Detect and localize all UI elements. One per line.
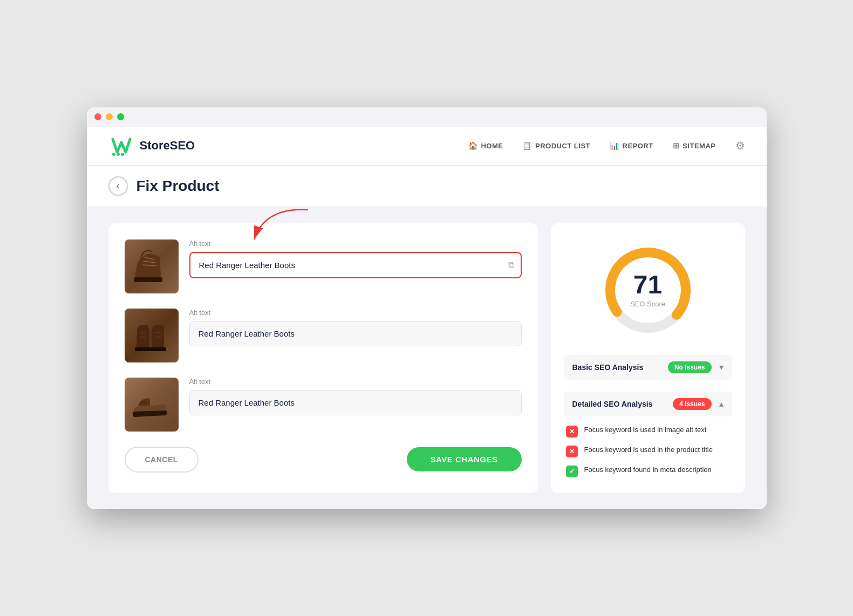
seo-score-chart: 71 SEO Score bbox=[599, 242, 697, 339]
logo-area: StoreSEO bbox=[108, 133, 195, 159]
issue-item-3: ✓ Focus keyword found in meta descriptio… bbox=[566, 465, 730, 477]
alt-input-wrapper-3 bbox=[189, 390, 522, 415]
detailed-seo-header[interactable]: Detailed SEO Analysis 4 Issues ▴ bbox=[564, 392, 732, 416]
detailed-seo-badge: 4 Issues bbox=[673, 398, 711, 410]
home-icon: 🏠 bbox=[468, 141, 478, 150]
issue-pass-icon-3: ✓ bbox=[566, 466, 578, 477]
alt-input-3[interactable] bbox=[189, 390, 522, 415]
product-row-2: Alt text bbox=[125, 309, 522, 362]
boot-svg-2 bbox=[127, 311, 176, 360]
issue-text-2: Focus keyword is used in the product tit… bbox=[584, 445, 713, 455]
basic-seo-badge: No Issues bbox=[668, 361, 712, 373]
detailed-seo-section: Detailed SEO Analysis 4 Issues ▴ ✕ Focus… bbox=[564, 392, 732, 477]
alt-label-3: Alt text bbox=[189, 378, 522, 386]
issue-item-2: ✕ Focus keyword is used in the product t… bbox=[566, 445, 730, 457]
alt-input-1[interactable] bbox=[189, 252, 522, 278]
right-panel: 71 SEO Score Basic SEO Analysis No Issue… bbox=[551, 223, 745, 493]
product-image-3 bbox=[125, 378, 179, 432]
nav-product-list[interactable]: 📋 PRODUCT LIST bbox=[522, 141, 590, 150]
close-dot[interactable] bbox=[94, 113, 101, 120]
svg-rect-9 bbox=[150, 347, 166, 351]
basic-seo-title: Basic SEO Analysis bbox=[572, 363, 644, 372]
product-row-1: Alt text ⧉ bbox=[125, 239, 522, 293]
product-image-1 bbox=[125, 239, 179, 293]
detailed-seo-chevron-icon: ▴ bbox=[719, 399, 724, 409]
logo-text: StoreSEO bbox=[140, 139, 195, 153]
main-content: Alt text ⧉ bbox=[87, 207, 767, 509]
save-button[interactable]: SAVE CHANGES bbox=[407, 447, 522, 471]
logo-icon bbox=[108, 133, 134, 159]
issue-fail-icon-2: ✕ bbox=[566, 446, 578, 457]
titlebar bbox=[87, 107, 767, 127]
alt-input-wrapper-1: ⧉ bbox=[189, 252, 522, 278]
svg-point-2 bbox=[117, 153, 120, 156]
issue-fail-icon-1: ✕ bbox=[566, 426, 578, 437]
product-row-3: Alt text bbox=[125, 378, 522, 432]
basic-seo-section: Basic SEO Analysis No Issues ▾ bbox=[564, 355, 732, 381]
score-label: SEO Score bbox=[630, 300, 665, 308]
report-icon: 📊 bbox=[610, 141, 619, 150]
nav-report[interactable]: 📊 REPORT bbox=[610, 141, 653, 150]
score-value: 71 bbox=[630, 272, 665, 298]
mac-window: StoreSEO 🏠 HOME 📋 PRODUCT LIST 📊 REPORT … bbox=[87, 107, 767, 509]
alt-label-2: Alt text bbox=[189, 309, 522, 317]
nav-home[interactable]: 🏠 HOME bbox=[468, 141, 503, 150]
issue-text-1: Focus keyword is used in image alt text bbox=[584, 425, 707, 435]
maximize-dot[interactable] bbox=[117, 113, 124, 120]
copy-icon-1[interactable]: ⧉ bbox=[508, 260, 514, 270]
nav-sitemap[interactable]: ⊞ SITEMAP bbox=[673, 141, 716, 150]
issues-list: ✕ Focus keyword is used in image alt tex… bbox=[564, 417, 732, 477]
page-title: Fix Product bbox=[137, 177, 220, 195]
basic-seo-chevron-icon: ▾ bbox=[719, 362, 724, 372]
list-icon: 📋 bbox=[522, 141, 532, 150]
product-image-2 bbox=[125, 309, 179, 362]
issue-item-1: ✕ Focus keyword is used in image alt tex… bbox=[566, 425, 730, 437]
cancel-button[interactable]: CANCEL bbox=[125, 447, 199, 473]
buttons-row: CANCEL SAVE CHANGES bbox=[125, 447, 522, 473]
detailed-seo-badge-row: 4 Issues ▴ bbox=[673, 398, 723, 410]
boot-svg-3 bbox=[127, 380, 176, 429]
basic-seo-header[interactable]: Basic SEO Analysis No Issues ▾ bbox=[564, 355, 732, 380]
alt-label-1: Alt text bbox=[189, 239, 522, 248]
issue-text-3: Focus keyword found in meta description bbox=[584, 465, 712, 475]
alt-text-area-2: Alt text bbox=[189, 309, 522, 346]
left-panel: Alt text ⧉ bbox=[108, 223, 538, 493]
score-center: 71 SEO Score bbox=[630, 272, 665, 308]
svg-point-1 bbox=[112, 153, 115, 156]
alt-text-area-1: Alt text ⧉ bbox=[189, 239, 522, 278]
basic-seo-badge-row: No Issues ▾ bbox=[668, 361, 724, 373]
alt-input-2[interactable] bbox=[189, 321, 522, 346]
boot-svg-1 bbox=[127, 242, 176, 291]
nav-links: 🏠 HOME 📋 PRODUCT LIST 📊 REPORT ⊞ SITEMAP bbox=[468, 141, 716, 150]
settings-button[interactable]: ⚙ bbox=[735, 139, 745, 152]
svg-rect-8 bbox=[135, 347, 151, 351]
navbar: StoreSEO 🏠 HOME 📋 PRODUCT LIST 📊 REPORT … bbox=[87, 127, 767, 166]
page-header: ‹ Fix Product bbox=[87, 166, 767, 207]
alt-text-area-3: Alt text bbox=[189, 378, 522, 415]
svg-point-3 bbox=[121, 153, 124, 156]
minimize-dot[interactable] bbox=[106, 113, 113, 120]
detailed-seo-title: Detailed SEO Analysis bbox=[572, 400, 653, 408]
alt-input-wrapper-2 bbox=[189, 321, 522, 346]
back-button[interactable]: ‹ bbox=[108, 176, 128, 196]
sitemap-icon: ⊞ bbox=[673, 141, 680, 150]
